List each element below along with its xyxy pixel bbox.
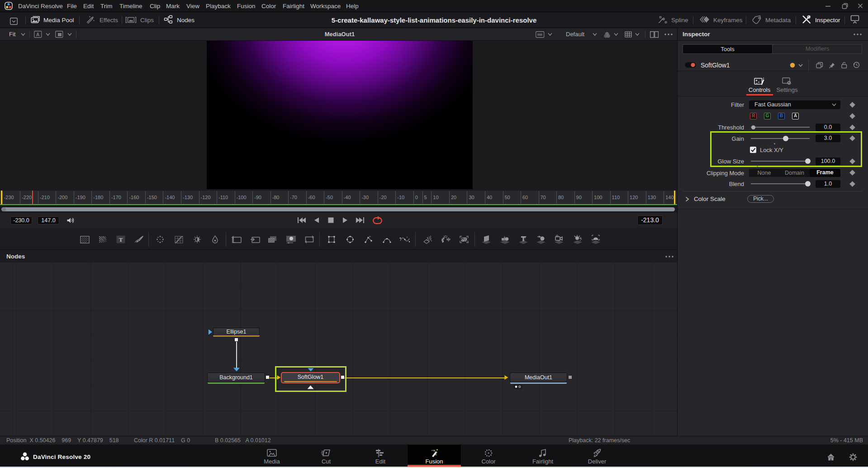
svg-text:A: A [36,32,39,37]
svg-text:T: T [119,236,123,243]
